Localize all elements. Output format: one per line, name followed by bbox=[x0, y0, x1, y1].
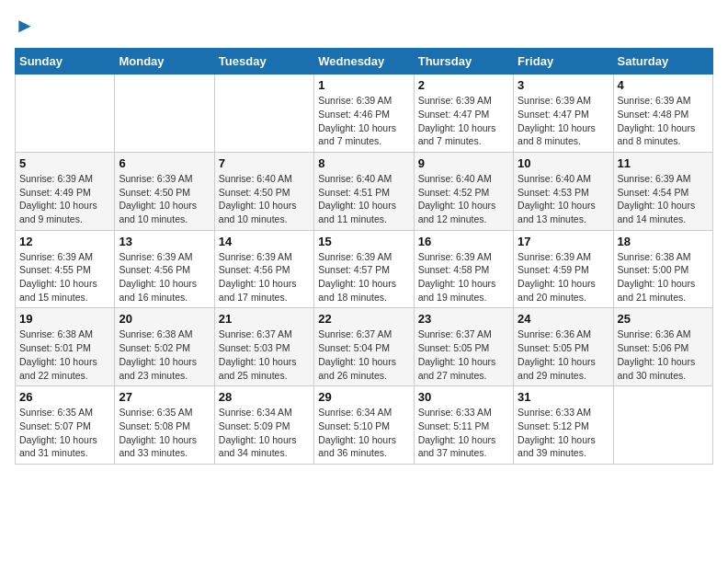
table-row: 11Sunrise: 6:39 AM Sunset: 4:54 PM Dayli… bbox=[613, 152, 712, 230]
col-sunday: Sunday bbox=[16, 49, 115, 75]
table-row: 21Sunrise: 6:37 AM Sunset: 5:03 PM Dayli… bbox=[214, 308, 313, 386]
day-info: Sunrise: 6:40 AM Sunset: 4:52 PM Dayligh… bbox=[418, 172, 509, 226]
calendar-week-2: 5Sunrise: 6:39 AM Sunset: 4:49 PM Daylig… bbox=[16, 152, 713, 230]
day-number: 8 bbox=[318, 156, 409, 170]
table-row: 30Sunrise: 6:33 AM Sunset: 5:11 PM Dayli… bbox=[414, 386, 513, 465]
day-number: 15 bbox=[318, 235, 409, 248]
col-thursday: Thursday bbox=[414, 49, 513, 75]
table-row: 25Sunrise: 6:36 AM Sunset: 5:06 PM Dayli… bbox=[613, 308, 712, 386]
calendar-table: Sunday Monday Tuesday Wednesday Thursday… bbox=[15, 48, 713, 465]
table-row: 8Sunrise: 6:40 AM Sunset: 4:51 PM Daylig… bbox=[314, 152, 414, 230]
day-number: 17 bbox=[518, 235, 609, 248]
page-header: ► bbox=[15, 15, 713, 37]
day-info: Sunrise: 6:37 AM Sunset: 5:05 PM Dayligh… bbox=[418, 327, 509, 382]
day-info: Sunrise: 6:37 AM Sunset: 5:03 PM Dayligh… bbox=[219, 327, 310, 382]
day-info: Sunrise: 6:40 AM Sunset: 4:51 PM Dayligh… bbox=[318, 172, 409, 226]
col-wednesday: Wednesday bbox=[314, 49, 414, 75]
table-row: 26Sunrise: 6:35 AM Sunset: 5:07 PM Dayli… bbox=[16, 386, 115, 465]
table-row: 9Sunrise: 6:40 AM Sunset: 4:52 PM Daylig… bbox=[414, 152, 513, 230]
table-row bbox=[16, 75, 115, 153]
table-row: 6Sunrise: 6:39 AM Sunset: 4:50 PM Daylig… bbox=[115, 152, 214, 230]
calendar-week-4: 19Sunrise: 6:38 AM Sunset: 5:01 PM Dayli… bbox=[16, 308, 713, 386]
table-row: 5Sunrise: 6:39 AM Sunset: 4:49 PM Daylig… bbox=[16, 152, 115, 230]
day-number: 30 bbox=[418, 390, 509, 404]
day-info: Sunrise: 6:39 AM Sunset: 4:56 PM Dayligh… bbox=[119, 250, 210, 304]
table-row: 7Sunrise: 6:40 AM Sunset: 4:50 PM Daylig… bbox=[214, 152, 313, 230]
day-number: 6 bbox=[119, 156, 210, 170]
logo: ► bbox=[15, 15, 35, 37]
table-row: 1Sunrise: 6:39 AM Sunset: 4:46 PM Daylig… bbox=[314, 75, 414, 153]
day-info: Sunrise: 6:39 AM Sunset: 4:46 PM Dayligh… bbox=[318, 94, 409, 148]
table-row: 14Sunrise: 6:39 AM Sunset: 4:56 PM Dayli… bbox=[214, 230, 313, 308]
day-number: 29 bbox=[318, 390, 409, 404]
day-info: Sunrise: 6:37 AM Sunset: 5:04 PM Dayligh… bbox=[318, 327, 409, 382]
table-row bbox=[115, 75, 214, 153]
table-row: 24Sunrise: 6:36 AM Sunset: 5:05 PM Dayli… bbox=[514, 308, 613, 386]
day-number: 27 bbox=[119, 390, 210, 404]
calendar-week-3: 12Sunrise: 6:39 AM Sunset: 4:55 PM Dayli… bbox=[16, 230, 713, 308]
table-row: 19Sunrise: 6:38 AM Sunset: 5:01 PM Dayli… bbox=[16, 308, 115, 386]
day-number: 18 bbox=[618, 235, 709, 248]
day-number: 16 bbox=[418, 235, 509, 248]
day-info: Sunrise: 6:39 AM Sunset: 4:48 PM Dayligh… bbox=[618, 94, 709, 148]
day-number: 13 bbox=[119, 235, 210, 248]
day-info: Sunrise: 6:38 AM Sunset: 5:02 PM Dayligh… bbox=[119, 327, 210, 382]
day-info: Sunrise: 6:38 AM Sunset: 5:01 PM Dayligh… bbox=[19, 327, 110, 382]
table-row: 3Sunrise: 6:39 AM Sunset: 4:47 PM Daylig… bbox=[514, 75, 613, 153]
day-number: 20 bbox=[119, 312, 210, 326]
table-row: 13Sunrise: 6:39 AM Sunset: 4:56 PM Dayli… bbox=[115, 230, 214, 308]
col-saturday: Saturday bbox=[613, 49, 712, 75]
table-row: 2Sunrise: 6:39 AM Sunset: 4:47 PM Daylig… bbox=[414, 75, 513, 153]
day-number: 7 bbox=[219, 156, 310, 170]
table-row: 17Sunrise: 6:39 AM Sunset: 4:59 PM Dayli… bbox=[514, 230, 613, 308]
day-number: 11 bbox=[618, 156, 709, 170]
day-info: Sunrise: 6:39 AM Sunset: 4:50 PM Dayligh… bbox=[119, 172, 210, 226]
day-number: 31 bbox=[518, 390, 609, 404]
table-row: 28Sunrise: 6:34 AM Sunset: 5:09 PM Dayli… bbox=[214, 386, 313, 465]
col-monday: Monday bbox=[115, 49, 214, 75]
table-row: 4Sunrise: 6:39 AM Sunset: 4:48 PM Daylig… bbox=[613, 75, 712, 153]
day-number: 9 bbox=[418, 156, 509, 170]
day-info: Sunrise: 6:36 AM Sunset: 5:05 PM Dayligh… bbox=[518, 327, 609, 382]
day-info: Sunrise: 6:39 AM Sunset: 4:58 PM Dayligh… bbox=[418, 250, 509, 304]
day-number: 21 bbox=[219, 312, 310, 326]
table-row bbox=[214, 75, 313, 153]
day-number: 5 bbox=[19, 156, 110, 170]
day-info: Sunrise: 6:33 AM Sunset: 5:12 PM Dayligh… bbox=[518, 406, 609, 460]
table-row: 18Sunrise: 6:38 AM Sunset: 5:00 PM Dayli… bbox=[613, 230, 712, 308]
day-info: Sunrise: 6:40 AM Sunset: 4:53 PM Dayligh… bbox=[518, 172, 609, 226]
day-number: 2 bbox=[418, 78, 509, 92]
col-friday: Friday bbox=[514, 49, 613, 75]
day-number: 26 bbox=[19, 390, 110, 404]
day-number: 22 bbox=[318, 312, 409, 326]
day-number: 25 bbox=[618, 312, 709, 326]
day-number: 28 bbox=[219, 390, 310, 404]
logo-triangle-icon: ► bbox=[15, 14, 35, 37]
day-info: Sunrise: 6:39 AM Sunset: 4:49 PM Dayligh… bbox=[19, 172, 110, 226]
table-row: 29Sunrise: 6:34 AM Sunset: 5:10 PM Dayli… bbox=[314, 386, 414, 465]
day-number: 10 bbox=[518, 156, 609, 170]
day-info: Sunrise: 6:38 AM Sunset: 5:00 PM Dayligh… bbox=[618, 250, 709, 304]
day-number: 3 bbox=[518, 78, 609, 92]
day-info: Sunrise: 6:39 AM Sunset: 4:47 PM Dayligh… bbox=[518, 94, 609, 148]
table-row: 31Sunrise: 6:33 AM Sunset: 5:12 PM Dayli… bbox=[514, 386, 613, 465]
day-info: Sunrise: 6:35 AM Sunset: 5:07 PM Dayligh… bbox=[19, 406, 110, 460]
table-row: 10Sunrise: 6:40 AM Sunset: 4:53 PM Dayli… bbox=[514, 152, 613, 230]
day-number: 23 bbox=[418, 312, 509, 326]
day-number: 1 bbox=[318, 78, 409, 92]
table-row: 12Sunrise: 6:39 AM Sunset: 4:55 PM Dayli… bbox=[16, 230, 115, 308]
table-row: 20Sunrise: 6:38 AM Sunset: 5:02 PM Dayli… bbox=[115, 308, 214, 386]
day-info: Sunrise: 6:36 AM Sunset: 5:06 PM Dayligh… bbox=[618, 327, 709, 382]
calendar-week-1: 1Sunrise: 6:39 AM Sunset: 4:46 PM Daylig… bbox=[16, 75, 713, 153]
day-info: Sunrise: 6:39 AM Sunset: 4:54 PM Dayligh… bbox=[618, 172, 709, 226]
table-row: 22Sunrise: 6:37 AM Sunset: 5:04 PM Dayli… bbox=[314, 308, 414, 386]
day-info: Sunrise: 6:39 AM Sunset: 4:57 PM Dayligh… bbox=[318, 250, 409, 304]
day-number: 24 bbox=[518, 312, 609, 326]
day-info: Sunrise: 6:39 AM Sunset: 4:47 PM Dayligh… bbox=[418, 94, 509, 148]
calendar-week-5: 26Sunrise: 6:35 AM Sunset: 5:07 PM Dayli… bbox=[16, 386, 713, 465]
day-number: 12 bbox=[19, 235, 110, 248]
day-info: Sunrise: 6:34 AM Sunset: 5:10 PM Dayligh… bbox=[318, 406, 409, 460]
day-number: 14 bbox=[219, 235, 310, 248]
table-row: 23Sunrise: 6:37 AM Sunset: 5:05 PM Dayli… bbox=[414, 308, 513, 386]
day-info: Sunrise: 6:39 AM Sunset: 4:59 PM Dayligh… bbox=[518, 250, 609, 304]
